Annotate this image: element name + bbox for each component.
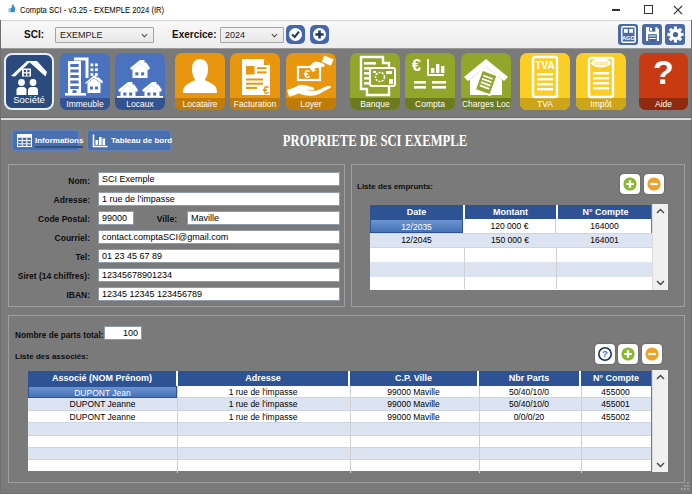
svg-text:AGO: AGO	[622, 35, 636, 41]
svg-text:€: €	[304, 68, 310, 80]
svg-text:impôt: impôt	[594, 60, 608, 66]
svg-text:TVA: TVA	[535, 60, 554, 71]
svg-text:?: ?	[602, 348, 608, 359]
svg-text:€: €	[263, 84, 269, 96]
svg-text:€: €	[412, 57, 421, 74]
